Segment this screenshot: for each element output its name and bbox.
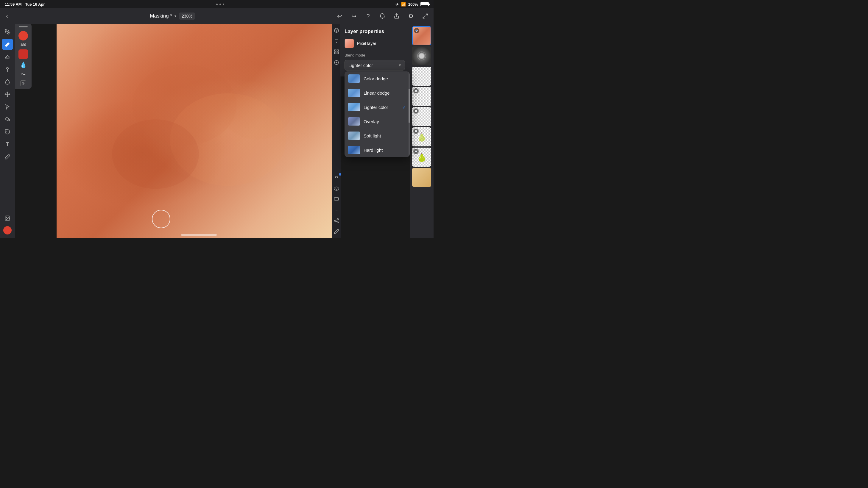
status-bar: 11:59 AM Tue 16 Apr ✈ 📶 100%	[0, 0, 434, 8]
settings-button[interactable]: ⚙	[406, 11, 416, 21]
pixel-layer-label: Pixel layer	[357, 41, 376, 46]
linear-dodge-label: Linear dodge	[364, 91, 390, 96]
wave-icon[interactable]: 〜	[21, 71, 26, 78]
undo-button[interactable]: ↩	[335, 11, 344, 21]
blend-option-lighter-color[interactable]: Lighter color ✓	[344, 100, 410, 114]
help-button[interactable]: ?	[363, 11, 373, 21]
blend-option-overlay[interactable]: Overlay	[344, 114, 410, 129]
signal-icon: 📶	[401, 2, 406, 6]
status-dot-1	[216, 4, 218, 5]
fx-icon[interactable]: ⊛	[20, 80, 26, 86]
svg-point-29	[416, 30, 417, 31]
color-dodge-label: Color dodge	[364, 76, 388, 81]
transform-tool[interactable]	[2, 89, 13, 100]
date-display: Tue 16 Apr	[25, 2, 45, 6]
toolbar: ‹ Masking * ▾ 230% ↩ ↪ ? ⚙	[0, 8, 434, 24]
battery-icon	[421, 2, 429, 6]
canvas-background	[57, 24, 341, 238]
water-droplets-icon[interactable]: 💧	[20, 61, 27, 68]
layer-1-icon	[414, 28, 419, 33]
blend-mode-label: Blend mode	[344, 53, 405, 58]
mini-toolbar: 180 💧 〜 ⊛	[15, 24, 32, 89]
svg-point-6	[6, 217, 7, 218]
zoom-level[interactable]: 230%	[179, 12, 195, 20]
redo-button[interactable]: ↪	[349, 11, 359, 21]
grid-icon-btn[interactable]	[332, 47, 341, 56]
share-button[interactable]	[392, 11, 401, 21]
blend-mode-dropdown: Color dodge Linear dodge Lighter color ✓…	[344, 71, 410, 157]
angle-icon-btn[interactable]	[332, 174, 341, 182]
canvas-area[interactable]	[57, 24, 341, 238]
fill-tool[interactable]	[2, 114, 13, 125]
layer-thumb-7[interactable]: 🍐	[412, 148, 431, 167]
svg-point-23	[337, 219, 339, 220]
blend-option-linear-dodge[interactable]: Linear dodge	[344, 86, 410, 100]
import-image-tool[interactable]	[2, 213, 13, 224]
eraser-tool[interactable]	[2, 51, 13, 63]
svg-rect-15	[334, 50, 336, 51]
more-options-btn[interactable]: ···	[332, 206, 341, 214]
linear-dodge-thumb	[348, 89, 360, 97]
text-tool[interactable]: T	[2, 139, 13, 150]
svg-rect-16	[337, 50, 339, 51]
layer-thumb-5[interactable]	[412, 107, 431, 126]
secondary-color-swatch[interactable]	[19, 50, 28, 59]
foreground-color[interactable]	[3, 226, 11, 234]
blend-option-color-dodge[interactable]: Color dodge	[344, 71, 410, 86]
filters-icon-btn[interactable]	[332, 37, 341, 45]
svg-point-4	[6, 67, 9, 69]
svg-point-10	[222, 82, 292, 140]
blend-mode-selector[interactable]: Lighter color ▾	[344, 60, 405, 70]
lighter-color-check-icon: ✓	[402, 104, 406, 110]
layer-thumb-1[interactable]	[412, 26, 431, 45]
svg-point-35	[416, 131, 416, 132]
svg-marker-11	[334, 28, 339, 31]
share-icon-btn[interactable]	[332, 217, 341, 225]
eyedropper-tool[interactable]	[2, 151, 13, 162]
visibility-icon-btn[interactable]	[332, 185, 341, 193]
wifi-icon: ✈	[396, 2, 399, 6]
layer-thumb-4[interactable]	[412, 87, 431, 106]
history-tool[interactable]	[2, 126, 13, 137]
blend-option-soft-light[interactable]: Soft light	[344, 129, 410, 143]
layer-properties-title: Layer properties	[344, 29, 405, 34]
hard-light-label: Hard light	[364, 148, 383, 153]
back-button[interactable]: ‹	[4, 11, 10, 21]
blend-option-hard-light[interactable]: Hard light	[344, 143, 410, 157]
svg-line-2	[423, 17, 425, 19]
liquify-tool[interactable]	[2, 76, 13, 88]
layers-icon-btn[interactable]	[332, 26, 341, 34]
title-chevron-icon[interactable]: ▾	[175, 14, 176, 18]
add-layer-btn[interactable]	[332, 58, 341, 67]
document-title[interactable]: Masking *	[150, 13, 172, 19]
layer-properties-panel: Layer properties Pixel layer Blend mode …	[340, 24, 410, 76]
fullscreen-button[interactable]	[421, 11, 430, 21]
toolbar-handle[interactable]	[19, 26, 28, 27]
svg-point-37	[416, 151, 416, 152]
smudge-tool[interactable]	[2, 64, 13, 75]
overlay-label: Overlay	[364, 119, 379, 124]
layer-thumb-3[interactable]	[412, 67, 431, 86]
selected-blend-mode: Lighter color	[348, 63, 373, 68]
hard-light-thumb	[348, 146, 360, 154]
svg-point-24	[334, 220, 336, 222]
pixel-layer-row: Pixel layer	[344, 39, 405, 48]
pencil-icon-btn[interactable]	[332, 227, 341, 236]
layer-thumb-2[interactable]	[412, 46, 431, 65]
svg-rect-18	[337, 53, 339, 54]
color-dodge-thumb	[348, 74, 360, 83]
clip-icon-btn[interactable]	[332, 195, 341, 203]
selection-tool[interactable]	[2, 101, 13, 112]
layer-4-icon	[413, 88, 418, 93]
layer-thumb-6[interactable]: 🍐	[412, 127, 431, 147]
svg-line-1	[426, 14, 428, 16]
brush-size-value: 180	[20, 43, 26, 47]
pixel-layer-icon	[344, 39, 354, 48]
paint-brush-tool[interactable]	[2, 26, 13, 37]
active-brush-tool[interactable]	[2, 39, 13, 50]
overlay-thumb	[348, 117, 360, 126]
notifications-button[interactable]	[378, 11, 387, 21]
layer-thumb-8[interactable]	[412, 168, 431, 187]
layer-5-icon	[413, 108, 418, 114]
primary-color-swatch[interactable]	[19, 31, 28, 40]
